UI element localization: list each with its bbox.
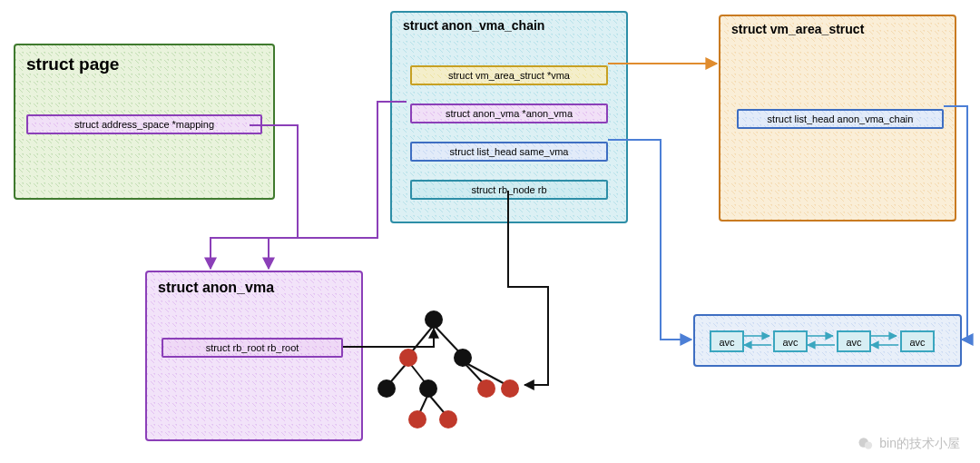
avc-same-field: struct list_head same_vma xyxy=(410,142,608,162)
anon-vma-chain-box: struct anon_vma_chain struct vm_area_str… xyxy=(390,11,628,223)
anon-vma-rbroot-field: struct rb_root rb_root xyxy=(162,338,343,358)
svg-line-1 xyxy=(434,325,463,356)
svg-line-0 xyxy=(408,325,434,356)
svg-point-15 xyxy=(408,410,426,429)
svg-point-11 xyxy=(377,379,396,398)
svg-line-4 xyxy=(463,361,486,387)
avc-anon-field: struct anon_vma *anon_vma xyxy=(410,103,608,123)
svg-point-10 xyxy=(454,349,472,367)
avc-list-item-1: avc xyxy=(710,330,744,352)
vm-area-anon-chain-field: struct list_head anon_vma_chain xyxy=(737,109,944,129)
avc-vma-field: struct vm_area_struct *vma xyxy=(410,65,608,85)
avc-list-item-4: avc xyxy=(900,330,935,352)
struct-page-title: struct page xyxy=(26,54,119,74)
svg-line-3 xyxy=(408,361,428,387)
address-space-mapping-field: struct address_space *mapping xyxy=(26,114,262,134)
svg-point-14 xyxy=(501,379,519,398)
vm-area-struct-box: struct vm_area_struct struct list_head a… xyxy=(719,15,956,222)
arrow-avc-anon-to-anonvma xyxy=(269,102,407,269)
svg-point-16 xyxy=(439,410,457,429)
anon-vma-chain-title: struct anon_vma_chain xyxy=(403,18,544,33)
svg-line-5 xyxy=(463,361,510,387)
struct-page-box: struct page struct address_space *mappin… xyxy=(14,44,275,200)
svg-point-12 xyxy=(419,379,437,398)
watermark: bin的技术小屋 xyxy=(858,436,960,452)
svg-point-8 xyxy=(425,310,443,329)
svg-line-7 xyxy=(428,394,448,418)
avc-list-item-3: avc xyxy=(837,330,871,352)
avc-rb-field: struct rb_node rb xyxy=(410,180,608,200)
svg-point-13 xyxy=(477,379,495,398)
rbtree xyxy=(387,325,510,418)
svg-line-6 xyxy=(417,394,428,418)
anon-vma-box: struct anon_vma struct rb_root rb_root xyxy=(145,271,363,441)
rbtree-nodes xyxy=(377,310,519,429)
avc-list-item-2: avc xyxy=(773,330,808,352)
watermark-text: bin的技术小屋 xyxy=(879,436,960,452)
avc-list-box: avc avc avc avc xyxy=(693,314,962,367)
svg-line-2 xyxy=(387,361,408,387)
wechat-icon xyxy=(858,436,874,452)
svg-point-9 xyxy=(399,349,417,367)
anon-vma-title: struct anon_vma xyxy=(158,280,274,296)
vm-area-struct-title: struct vm_area_struct xyxy=(731,22,864,36)
svg-point-24 xyxy=(865,441,872,448)
